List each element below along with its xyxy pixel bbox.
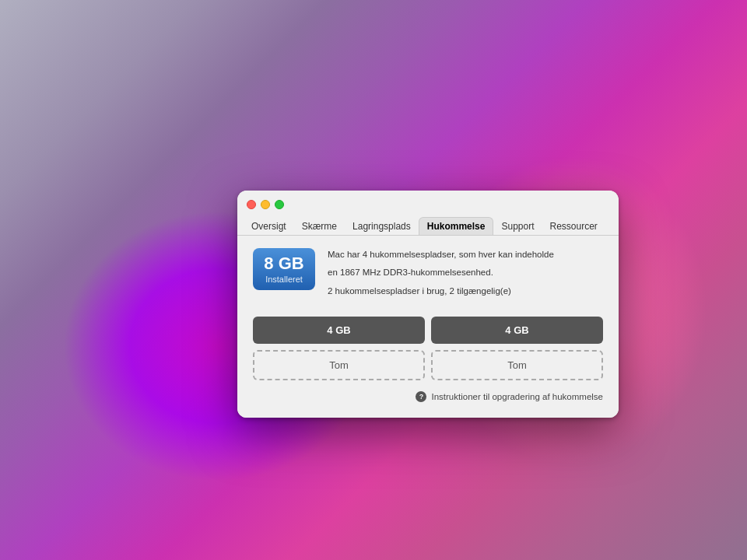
tab-support[interactable]: Support xyxy=(493,218,542,235)
tab-hukommelse[interactable]: Hukommelse xyxy=(419,217,494,235)
tab-lagringsplads[interactable]: Lagringsplads xyxy=(345,218,419,235)
memory-slot-4: Tom xyxy=(431,350,603,380)
info-line1: Mac har 4 hukommelsespladser, som hver k… xyxy=(328,248,554,261)
memory-badge: 8 GB Installeret xyxy=(253,248,315,290)
info-icon xyxy=(416,391,426,402)
info-line2: en 1867 MHz DDR3-hukommelsesenhed. xyxy=(328,266,554,279)
memory-slot-1: 4 GB xyxy=(253,317,425,344)
memory-slot-3: Tom xyxy=(253,350,425,380)
tab-skaerme[interactable]: Skærme xyxy=(294,218,345,235)
maximize-button[interactable] xyxy=(275,200,284,209)
close-button[interactable] xyxy=(247,200,256,209)
upgrade-instructions-link[interactable]: Instruktioner til opgradering af hukomme… xyxy=(253,391,603,402)
memory-info-text: Mac har 4 hukommelsespladser, som hver k… xyxy=(328,248,554,303)
info-section: 8 GB Installeret Mac har 4 hukommelsespl… xyxy=(253,248,603,303)
memory-amount: 8 GB xyxy=(262,254,306,273)
memory-slot-2: 4 GB xyxy=(431,317,603,344)
tab-oversigt[interactable]: Oversigt xyxy=(244,218,294,235)
tab-bar: Oversigt Skærme Lagringsplads Hukommelse… xyxy=(237,212,619,235)
tab-content: 8 GB Installeret Mac har 4 hukommelsespl… xyxy=(237,236,619,418)
system-info-window: Oversigt Skærme Lagringsplads Hukommelse… xyxy=(237,191,619,418)
memory-badge-label: Installeret xyxy=(262,275,306,284)
titlebar xyxy=(237,191,619,212)
upgrade-link-label[interactable]: Instruktioner til opgradering af hukomme… xyxy=(431,392,603,401)
info-line3: 2 hukommelsespladser i brug, 2 tilgængel… xyxy=(328,285,554,298)
minimize-button[interactable] xyxy=(261,200,270,209)
tab-ressourcer[interactable]: Ressourcer xyxy=(542,218,605,235)
memory-slots-grid: 4 GB 4 GB Tom Tom xyxy=(253,317,603,380)
